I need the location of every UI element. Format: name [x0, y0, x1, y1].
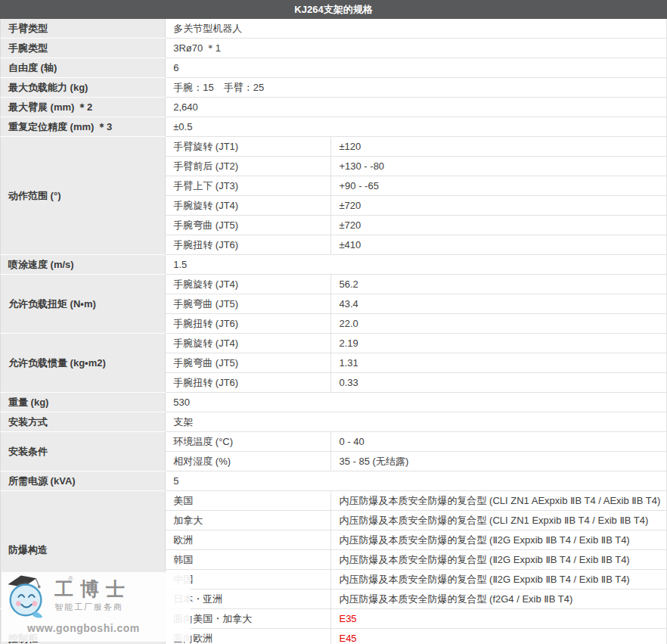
spec-table: KJ264支架的规格 手臂类型 多关节型机器人 手腕类型 3Rø70 ＊1 自由… [0, 0, 667, 644]
sub-label: 手腕旋转 (JT4) [166, 334, 331, 353]
row-label: 安装条件 [1, 432, 166, 471]
sub-label: 手腕扭转 (JT6) [166, 235, 331, 255]
table-title-row: KJ264支架的规格 [1, 1, 667, 19]
row-label: 手腕类型 [1, 39, 166, 58]
row-label: 允许负载惯量 (kg•m2) [1, 334, 166, 393]
row-value: ±410 [331, 235, 667, 255]
row-value: 5 [166, 471, 667, 491]
row-value: 2,640 [166, 98, 667, 117]
row-value: ±720 [331, 196, 667, 216]
row-label: 手臂类型 [1, 19, 166, 39]
page-title: KJ264支架的规格 [1, 1, 667, 19]
table-row: 重复定位精度 (mm) ＊3 ±0.5 [1, 117, 667, 137]
sub-label: 手腕弯曲 (JT5) [166, 353, 331, 373]
table-row: 喷涂速度 (m/s) 1.5 [1, 255, 667, 275]
row-value: +130 - -80 [331, 157, 667, 176]
row-label: 防爆构造 [1, 491, 166, 609]
sub-label: 手臂上下 (JT3) [166, 176, 331, 196]
sub-label: 手腕弯曲 (JT5) [166, 216, 331, 235]
row-value: 内压防爆及本质安全防爆的复合型 (CLI ZN1 Expxib ⅡB T4 / … [331, 511, 667, 530]
table-row: 安装方式 支架 [1, 412, 667, 432]
sub-label: 韩国 [166, 550, 331, 570]
row-value: 手腕：15 手臂：25 [166, 78, 667, 98]
row-value: 0.33 [331, 373, 667, 393]
controller-model-value: E35 [331, 609, 667, 629]
row-label: 最大臂展 (mm) ＊2 [1, 98, 166, 117]
row-value: 内压防爆及本质安全防爆的复合型 (Ⅱ2G Expxib ⅡB T4 / Exib… [331, 570, 667, 590]
sub-label: 日本・亚洲 [166, 590, 331, 609]
row-label: 重复定位精度 (mm) ＊3 [1, 117, 166, 137]
controller-model-value: E45 [331, 629, 667, 644]
row-label: 安装方式 [1, 412, 166, 432]
row-value: 22.0 [331, 314, 667, 334]
row-label: 喷涂速度 (m/s) [1, 255, 166, 275]
table-row: 最大负载能力 (kg) 手腕：15 手臂：25 [1, 78, 667, 98]
row-label: 所需电源 (kVA) [1, 471, 166, 491]
table-row: 自由度 (轴) 6 [1, 58, 667, 78]
row-label: 允许负载扭矩 (N•m) [1, 275, 166, 334]
row-value: 2.19 [331, 334, 667, 353]
row-value: 内压防爆及本质安全防爆的复合型 (Ⅱ2G Expxib ⅡB T4 / Exib… [331, 550, 667, 570]
row-value: 35 - 85 (无结露) [331, 452, 667, 471]
table-row: 控制柜 面向美国・加拿大 E35 [1, 609, 667, 629]
row-value: 1.5 [166, 255, 667, 275]
table-row: 动作范围 (°) 手臂旋转 (JT1) ±120 [1, 137, 667, 157]
row-label: 控制柜 [1, 609, 166, 644]
sub-label: 手臂前后 (JT2) [166, 157, 331, 176]
row-label: 重量 (kg) [1, 393, 166, 412]
sub-label: 欧洲 [166, 530, 331, 550]
row-value: 内压防爆及本质安全防爆的复合型 (Ⅱ2G Expxib ⅡB T4 / Exib… [331, 530, 667, 550]
sub-label: 手腕弯曲 (JT5) [166, 294, 331, 314]
row-value: 56.2 [331, 275, 667, 294]
row-value: 内压防爆及本质安全防爆的复合型 (CLI ZN1 AExpxib ⅡB T4 /… [331, 491, 667, 511]
row-value: ±120 [331, 137, 667, 157]
sub-label: 面向欧洲 [166, 629, 331, 644]
row-value: 1.31 [331, 353, 667, 373]
table-row: 手腕类型 3Rø70 ＊1 [1, 39, 667, 58]
row-label: 自由度 (轴) [1, 58, 166, 78]
table-row: 允许负载扭矩 (N•m) 手腕旋转 (JT4) 56.2 [1, 275, 667, 294]
row-label: 动作范围 (°) [1, 137, 166, 255]
table-row: 最大臂展 (mm) ＊2 2,640 [1, 98, 667, 117]
sub-label: 手臂旋转 (JT1) [166, 137, 331, 157]
table-row: 安装条件 环境温度 (°C) 0 - 40 [1, 432, 667, 452]
sub-label: 中国 [166, 570, 331, 590]
row-value: +90 - -65 [331, 176, 667, 196]
sub-label: 相对湿度 (%) [166, 452, 331, 471]
sub-label: 手腕旋转 (JT4) [166, 275, 331, 294]
sub-label: 加拿大 [166, 511, 331, 530]
row-value: 43.4 [331, 294, 667, 314]
row-value: 支架 [166, 412, 667, 432]
row-value: 内压防爆及本质安全防爆的复合型 (f2G4 / Exib ⅡB T4) [331, 590, 667, 609]
table-row: 手臂类型 多关节型机器人 [1, 19, 667, 39]
table-row: 防爆构造 美国 内压防爆及本质安全防爆的复合型 (CLI ZN1 AExpxib… [1, 491, 667, 511]
row-value: 6 [166, 58, 667, 78]
sub-label: 手腕旋转 (JT4) [166, 196, 331, 216]
row-value: ±720 [331, 216, 667, 235]
sub-label: 面向美国・加拿大 [166, 609, 331, 629]
sub-label: 美国 [166, 491, 331, 511]
table-row: 重量 (kg) 530 [1, 393, 667, 412]
sub-label: 手腕扭转 (JT6) [166, 314, 331, 334]
row-value: 530 [166, 393, 667, 412]
table-row: 所需电源 (kVA) 5 [1, 471, 667, 491]
row-value: ±0.5 [166, 117, 667, 137]
row-value: 多关节型机器人 [166, 19, 667, 39]
row-value: 3Rø70 ＊1 [166, 39, 667, 58]
row-label: 最大负载能力 (kg) [1, 78, 166, 98]
spec-page: KJ264支架的规格 手臂类型 多关节型机器人 手腕类型 3Rø70 ＊1 自由… [0, 0, 667, 644]
table-row: 允许负载惯量 (kg•m2) 手腕旋转 (JT4) 2.19 [1, 334, 667, 353]
sub-label: 手腕扭转 (JT6) [166, 373, 331, 393]
row-value: 0 - 40 [331, 432, 667, 452]
sub-label: 环境温度 (°C) [166, 432, 331, 452]
